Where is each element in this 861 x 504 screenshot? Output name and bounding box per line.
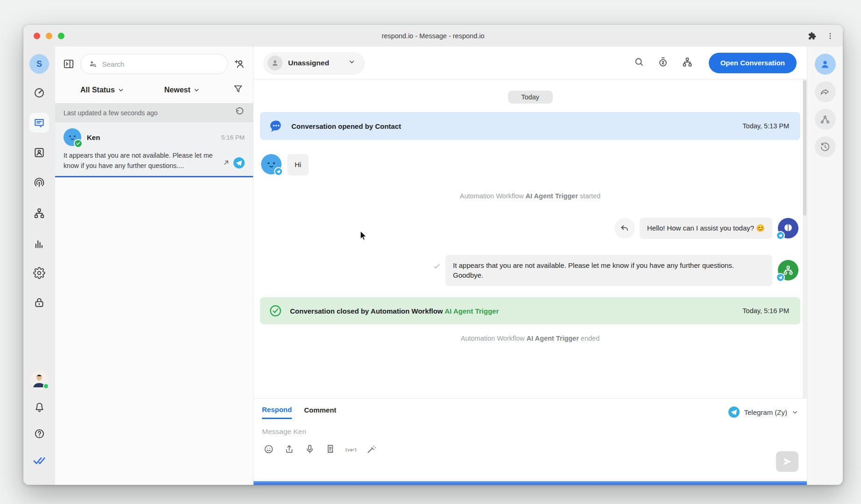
browser-menu-icon[interactable] xyxy=(826,32,834,40)
assignee-label: Unassigned xyxy=(288,59,329,67)
close-window-button[interactable] xyxy=(34,33,40,39)
emoji-icon xyxy=(263,444,274,455)
user-avatar[interactable] xyxy=(29,371,49,390)
minimize-window-button[interactable] xyxy=(46,33,52,39)
channels-button[interactable] xyxy=(815,109,836,130)
contact-details-button[interactable] xyxy=(815,54,836,75)
left-nav-rail: S xyxy=(23,47,55,485)
workflow-icon xyxy=(682,56,693,68)
sidebar-item-contacts[interactable] xyxy=(29,143,49,162)
emoji-button[interactable] xyxy=(262,442,275,455)
conversation-list-item[interactable]: Ken 5:16 PM It appears that you are not … xyxy=(55,122,253,177)
message-bubble: Hi xyxy=(287,154,309,175)
extensions-icon[interactable] xyxy=(807,31,817,41)
history-button[interactable] xyxy=(815,136,836,157)
broadcast-icon xyxy=(33,177,45,189)
sidebar-item-settings[interactable] xyxy=(29,263,49,283)
channel-selector[interactable]: Telegram (Zy) xyxy=(728,406,798,418)
forward-button[interactable] xyxy=(815,81,836,102)
sidebar-item-dashboard[interactable] xyxy=(29,83,49,103)
inbound-message-row: Hi xyxy=(260,154,800,175)
telegram-icon xyxy=(728,406,740,418)
tab-comment[interactable]: Comment xyxy=(304,406,336,418)
search-messages-button[interactable] xyxy=(634,56,644,69)
attach-file-button[interactable] xyxy=(282,442,296,455)
status-filter-dropdown[interactable]: All Status xyxy=(80,86,125,94)
workflow-started-status: Automation Workflow AI Agent Trigger sta… xyxy=(260,192,800,200)
conversation-search[interactable] xyxy=(80,54,228,74)
add-contact-icon xyxy=(233,58,246,70)
collapse-panel-button[interactable] xyxy=(63,58,75,70)
refresh-icon xyxy=(234,107,245,117)
send-button[interactable] xyxy=(776,451,798,472)
desktop: respond.io - Message - respond.io S xyxy=(0,0,861,504)
sidebar-item-messages[interactable] xyxy=(29,113,49,133)
sort-label: Newest xyxy=(164,86,191,94)
snooze-icon xyxy=(657,56,669,68)
snippet-icon xyxy=(325,444,336,455)
snippet-button[interactable] xyxy=(324,442,337,455)
variable-button[interactable]: {var} xyxy=(344,442,357,455)
sidebar-item-broadcast[interactable] xyxy=(29,173,49,193)
workspace-avatar[interactable]: S xyxy=(29,54,49,74)
chevron-down-icon xyxy=(117,86,125,94)
sidebar-item-help[interactable] xyxy=(29,424,49,443)
workflows-icon xyxy=(33,207,45,219)
message-input[interactable] xyxy=(262,427,637,436)
search-input[interactable] xyxy=(102,60,220,68)
telegram-badge-icon xyxy=(274,167,283,176)
titlebar: respond.io - Message - respond.io xyxy=(23,25,843,47)
traffic-lights xyxy=(34,25,64,47)
message-preview: It appears that you are not available. P… xyxy=(64,150,214,171)
search-contact-icon xyxy=(88,59,98,69)
sidebar-item-security[interactable] xyxy=(29,293,49,312)
dashboard-icon xyxy=(33,87,45,99)
closed-event-text: Conversation closed by Automation Workfl… xyxy=(290,307,499,315)
message-bubble: Hello! How can I assist you today? 😊 xyxy=(640,217,772,239)
chat-scrollbar-thumb[interactable] xyxy=(803,80,806,216)
tab-respond[interactable]: Respond xyxy=(262,406,292,419)
sort-dropdown[interactable]: Newest xyxy=(164,86,200,94)
maximize-window-button[interactable] xyxy=(58,33,64,39)
message-bubble: It appears that you are not available. P… xyxy=(445,255,772,287)
chevron-down-icon xyxy=(348,58,356,68)
ai-assist-button[interactable] xyxy=(365,442,378,455)
collapse-panel-icon xyxy=(63,58,75,70)
composer-accent-bar xyxy=(254,481,807,485)
voice-message-button[interactable] xyxy=(303,442,316,455)
chat-scrollbar[interactable] xyxy=(803,79,807,398)
sidebar-item-reports[interactable] xyxy=(29,234,49,254)
org-chart-icon xyxy=(783,265,794,276)
reply-button[interactable] xyxy=(614,218,635,238)
chat-header: Unassigned xyxy=(254,47,807,79)
assignee-dropdown[interactable]: Unassigned xyxy=(264,52,364,74)
sidebar-item-notifications[interactable] xyxy=(29,397,49,417)
last-updated-text: Last updated a few seconds ago xyxy=(64,109,158,117)
refresh-button[interactable] xyxy=(234,107,245,119)
help-icon xyxy=(34,428,45,440)
conversation-time: 5:16 PM xyxy=(221,134,245,141)
add-contact-button[interactable] xyxy=(233,58,246,70)
snooze-button[interactable] xyxy=(657,56,669,70)
search-icon xyxy=(634,56,644,67)
contacts-icon xyxy=(33,147,45,159)
open-conversation-button[interactable]: Open Conversation xyxy=(709,53,797,73)
last-updated-bar: Last updated a few seconds ago xyxy=(55,103,253,122)
variable-icon: {var} xyxy=(345,444,357,455)
chevron-down-icon xyxy=(193,86,200,94)
channel-label: Telegram (Zy) xyxy=(744,408,787,416)
sidebar-item-workflows[interactable] xyxy=(29,203,49,223)
reports-icon xyxy=(33,238,45,250)
lock-icon xyxy=(33,296,45,308)
telegram-channel-icon xyxy=(233,157,245,170)
status-filter-label: All Status xyxy=(80,86,115,94)
chevron-down-icon xyxy=(791,409,798,416)
online-status-dot xyxy=(43,383,49,389)
respond-logo[interactable] xyxy=(29,450,49,470)
forward-arrow-icon xyxy=(819,86,831,98)
verified-badge-icon xyxy=(74,139,83,148)
bell-icon xyxy=(34,401,45,413)
workflow-button[interactable] xyxy=(682,56,693,70)
agent-message-row: Hello! How can I assist you today? 😊 xyxy=(260,217,800,239)
filter-button[interactable] xyxy=(233,84,244,97)
